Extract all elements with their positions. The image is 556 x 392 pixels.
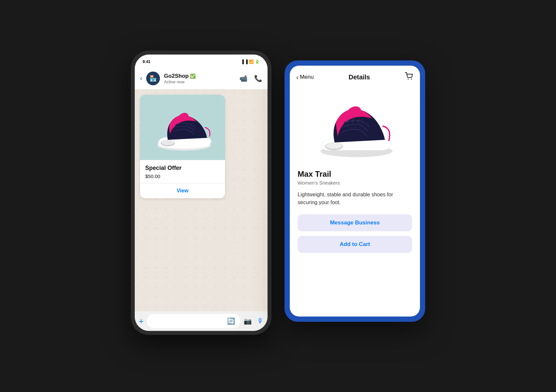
contact-status: Active now (164, 79, 235, 84)
svg-point-26 (363, 129, 365, 130)
contact-avatar: 🏪 (146, 72, 160, 85)
svg-point-25 (359, 127, 361, 129)
detail-content: Max Trail Women's Sneakers Lightweight, … (290, 164, 420, 317)
product-title: Special Offer (145, 165, 220, 172)
time-display: 9:41 (143, 59, 150, 64)
detail-header: ‹ Menu Details (290, 66, 420, 86)
chat-area: Special Offer $50.00 View (135, 90, 268, 311)
svg-point-6 (190, 125, 191, 126)
svg-point-20 (357, 122, 359, 123)
svg-point-7 (194, 127, 195, 128)
detail-panel: ‹ Menu Details (285, 60, 425, 322)
product-price: $50.00 (145, 173, 220, 179)
detail-page-title: Details (349, 74, 370, 81)
whatsapp-header: ‹ 🏪 Go2Shop ✅ Active now 📹 📞 (135, 69, 268, 90)
video-call-icon[interactable]: 📹 (239, 74, 248, 82)
add-attachment-icon[interactable]: + (139, 316, 144, 326)
status-bar: 9:41 ▐ ▐ 📶 🔋 (135, 55, 268, 69)
view-button[interactable]: View (145, 183, 220, 198)
detail-product-image-area (290, 86, 420, 164)
svg-point-5 (186, 124, 187, 125)
svg-point-3 (161, 140, 174, 145)
voice-call-icon[interactable]: 📞 (254, 74, 262, 82)
svg-point-21 (362, 123, 364, 124)
message-business-button[interactable]: Message Business (298, 214, 412, 231)
contact-name-text: Go2Shop (164, 73, 189, 79)
whatsapp-phone: 9:41 ▐ ▐ 📶 🔋 ‹ 🏪 Go2Shop ✅ Active now (131, 51, 271, 335)
svg-point-11 (408, 79, 408, 80)
detail-inner: ‹ Menu Details (290, 66, 420, 317)
svg-point-10 (187, 128, 189, 129)
signal-icons: ▐ ▐ 📶 🔋 (241, 59, 260, 64)
add-to-cart-button[interactable]: Add to Cart (298, 236, 412, 253)
shop-icon: 🏪 (149, 75, 157, 82)
back-label: Menu (300, 74, 314, 80)
shoe-image-right (309, 91, 401, 159)
shoe-image-left (150, 101, 215, 154)
contact-info: Go2Shop ✅ Active now (164, 73, 235, 84)
media-icons: 📷 🎙 (244, 317, 264, 325)
message-input-bar: + 🔄 📷 🎙 (135, 311, 268, 331)
sticker-icon[interactable]: 🔄 (227, 317, 235, 325)
verified-badge: ✅ (190, 74, 196, 79)
svg-point-19 (353, 123, 354, 124)
detail-product-description: Lightweight, stable and durable shoes fo… (298, 191, 412, 206)
svg-point-12 (411, 79, 412, 80)
svg-point-9 (183, 128, 185, 129)
product-card-bubble: Special Offer $50.00 View (140, 95, 225, 198)
cart-icon[interactable] (405, 72, 413, 82)
product-info: Special Offer $50.00 View (140, 160, 225, 198)
detail-product-name: Max Trail (298, 170, 412, 179)
contact-name-row: Go2Shop ✅ (164, 73, 235, 79)
detail-product-category: Women's Sneakers (298, 180, 412, 186)
svg-point-24 (355, 127, 356, 128)
back-chevron-icon: ‹ (296, 74, 299, 81)
camera-icon[interactable]: 📷 (244, 317, 252, 325)
svg-point-23 (350, 127, 352, 129)
microphone-icon[interactable]: 🎙 (257, 317, 264, 325)
back-icon[interactable]: ‹ (140, 74, 142, 83)
svg-point-15 (326, 143, 342, 149)
product-image-area (140, 95, 225, 160)
back-to-menu[interactable]: ‹ Menu (296, 74, 314, 81)
message-input-container[interactable]: 🔄 (147, 314, 240, 328)
svg-point-8 (180, 128, 181, 130)
header-actions: 📹 📞 (239, 74, 262, 82)
svg-point-4 (182, 125, 183, 126)
svg-point-22 (367, 125, 368, 127)
